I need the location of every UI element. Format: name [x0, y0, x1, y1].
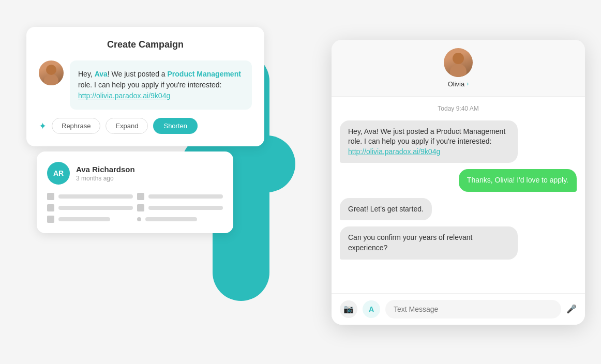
- detail-row-5: [47, 216, 133, 223]
- scene: Create Campaign Hey, Ava! We just posted…: [16, 11, 585, 353]
- shorten-button[interactable]: Shorten: [153, 118, 198, 134]
- chat-contact-name[interactable]: Olivia ›: [448, 80, 469, 88]
- campaign-card: Create Campaign Hey, Ava! We just posted…: [26, 27, 264, 146]
- briefcase-icon: [47, 193, 54, 200]
- detail-bar-1: [58, 194, 133, 199]
- avatar: [39, 60, 64, 85]
- chat-input-area: 📷 A 🎤: [332, 293, 585, 325]
- candidate-card: AR Ava Richardson 3 months ago: [37, 151, 233, 233]
- right-panel: Olivia › Today 9:40 AM Hey, Ava! We just…: [332, 40, 585, 325]
- message-3: Great! Let's get started.: [340, 198, 432, 221]
- phone-icon: [137, 204, 144, 211]
- message-input[interactable]: [385, 300, 561, 318]
- detail-bar-3: [58, 206, 133, 210]
- chevron-right-icon: ›: [467, 80, 469, 87]
- candidate-time: 3 months ago: [76, 175, 135, 182]
- microphone-icon[interactable]: 🎤: [566, 304, 577, 314]
- detail-row-6: [137, 216, 223, 223]
- message-row: Hey, Ava! We just posted a Product Manag…: [39, 60, 252, 110]
- detail-row-4: [137, 204, 223, 211]
- detail-row-2: [137, 193, 223, 200]
- file-icon: [47, 216, 54, 223]
- camera-button[interactable]: 📷: [340, 300, 357, 318]
- left-panel: Create Campaign Hey, Ava! We just posted…: [16, 27, 275, 337]
- dot-icon: [137, 217, 141, 221]
- candidate-details: [47, 193, 223, 223]
- chat-header: Olivia ›: [332, 40, 585, 97]
- action-row: ✦ Rephrase Expand Shorten: [39, 118, 252, 134]
- message-2: Thanks, Olivia! I'd love to apply.: [459, 169, 577, 192]
- email-icon: [137, 193, 144, 200]
- message-link[interactable]: http://olivia.paradox.ai/9k04g: [78, 92, 170, 100]
- detail-row-1: [47, 193, 133, 200]
- campaign-title: Create Campaign: [39, 39, 252, 50]
- candidate-info: Ava Richardson 3 months ago: [76, 165, 135, 182]
- candidate-header: AR Ava Richardson 3 months ago: [47, 162, 223, 185]
- detail-bar-5: [58, 217, 110, 221]
- rephrase-button[interactable]: Rephrase: [52, 118, 100, 134]
- detail-bar-2: [148, 194, 223, 199]
- message-text: Hey, Ava! We just posted a Product Manag…: [78, 69, 244, 101]
- message-1: Hey, Ava! We just posted a Product Manag…: [340, 120, 518, 163]
- sparkle-icon: ✦: [39, 120, 47, 132]
- app-store-button[interactable]: A: [363, 300, 380, 318]
- chat-timestamp: Today 9:40 AM: [340, 105, 577, 112]
- message-4: Can you confirm your years of relevant e…: [340, 226, 518, 259]
- detail-bar-6: [145, 217, 197, 221]
- message-bubble: Hey, Ava! We just posted a Product Manag…: [70, 60, 252, 110]
- location-icon: [47, 204, 54, 211]
- candidate-name: Ava Richardson: [76, 165, 135, 174]
- chat-link[interactable]: http://olivia.paradox.ai/9k04g: [348, 147, 440, 156]
- chat-window: Olivia › Today 9:40 AM Hey, Ava! We just…: [332, 40, 585, 325]
- chat-messages: Today 9:40 AM Hey, Ava! We just posted a…: [332, 97, 585, 293]
- chat-contact-avatar: [444, 48, 473, 77]
- detail-bar-4: [148, 206, 223, 210]
- detail-row-3: [47, 204, 133, 211]
- expand-button[interactable]: Expand: [106, 118, 148, 134]
- candidate-avatar: AR: [47, 162, 70, 185]
